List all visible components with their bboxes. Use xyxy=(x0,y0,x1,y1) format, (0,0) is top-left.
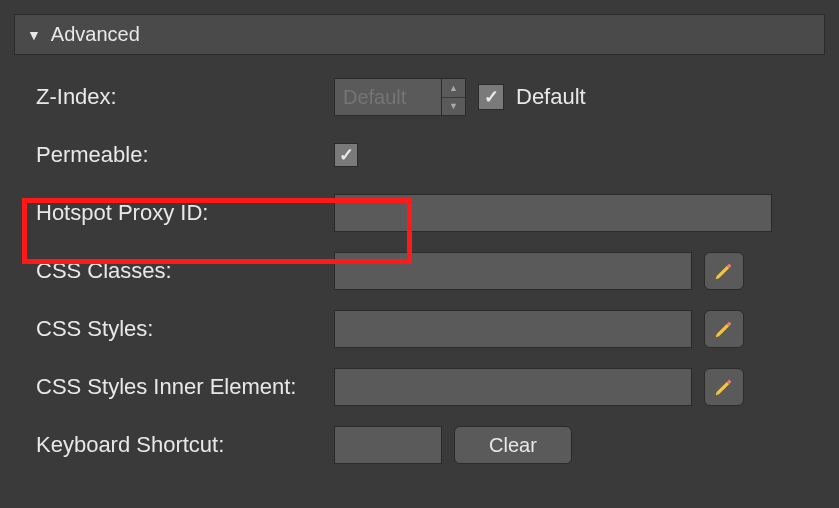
hotspot-proxy-id-input[interactable] xyxy=(334,194,772,232)
css-styles-inner-input[interactable] xyxy=(334,368,692,406)
label-css-styles-inner: CSS Styles Inner Element: xyxy=(14,374,334,400)
row-zindex: Z-Index: ▲ ▼ ✓ Default xyxy=(14,77,825,117)
css-classes-input[interactable] xyxy=(334,252,692,290)
zindex-default-label: Default xyxy=(516,84,586,110)
css-classes-edit-button[interactable] xyxy=(704,252,744,290)
row-keyboard-shortcut: Keyboard Shortcut: Clear xyxy=(14,425,825,465)
pencil-icon xyxy=(713,376,735,398)
css-styles-edit-button[interactable] xyxy=(704,310,744,348)
css-styles-input[interactable] xyxy=(334,310,692,348)
zindex-default-checkbox[interactable]: ✓ xyxy=(478,84,504,110)
label-css-styles: CSS Styles: xyxy=(14,316,334,342)
row-permeable: Permeable: ✓ xyxy=(14,135,825,175)
stepper-down-icon[interactable]: ▼ xyxy=(442,98,465,116)
row-css-styles-inner: CSS Styles Inner Element: xyxy=(14,367,825,407)
section-body: Z-Index: ▲ ▼ ✓ Default Permeable: ✓ Hots… xyxy=(0,55,839,497)
label-permeable: Permeable: xyxy=(14,142,334,168)
zindex-input[interactable] xyxy=(334,78,442,116)
css-styles-inner-edit-button[interactable] xyxy=(704,368,744,406)
zindex-stepper-buttons: ▲ ▼ xyxy=(442,78,466,116)
section-header-advanced[interactable]: ▼ Advanced xyxy=(14,14,825,55)
zindex-stepper: ▲ ▼ xyxy=(334,78,466,116)
pencil-icon xyxy=(713,260,735,282)
label-hotspot-proxy-id: Hotspot Proxy ID: xyxy=(14,200,334,226)
label-zindex: Z-Index: xyxy=(14,84,334,110)
stepper-up-icon[interactable]: ▲ xyxy=(442,79,465,98)
keyboard-shortcut-input[interactable] xyxy=(334,426,442,464)
section-title: Advanced xyxy=(51,23,140,46)
label-css-classes: CSS Classes: xyxy=(14,258,334,284)
label-keyboard-shortcut: Keyboard Shortcut: xyxy=(14,432,334,458)
pencil-icon xyxy=(713,318,735,340)
row-css-styles: CSS Styles: xyxy=(14,309,825,349)
clear-button[interactable]: Clear xyxy=(454,426,572,464)
row-css-classes: CSS Classes: xyxy=(14,251,825,291)
permeable-checkbox[interactable]: ✓ xyxy=(334,143,358,167)
row-hotspot-proxy-id: Hotspot Proxy ID: xyxy=(14,193,825,233)
disclosure-triangle-icon: ▼ xyxy=(27,27,41,43)
